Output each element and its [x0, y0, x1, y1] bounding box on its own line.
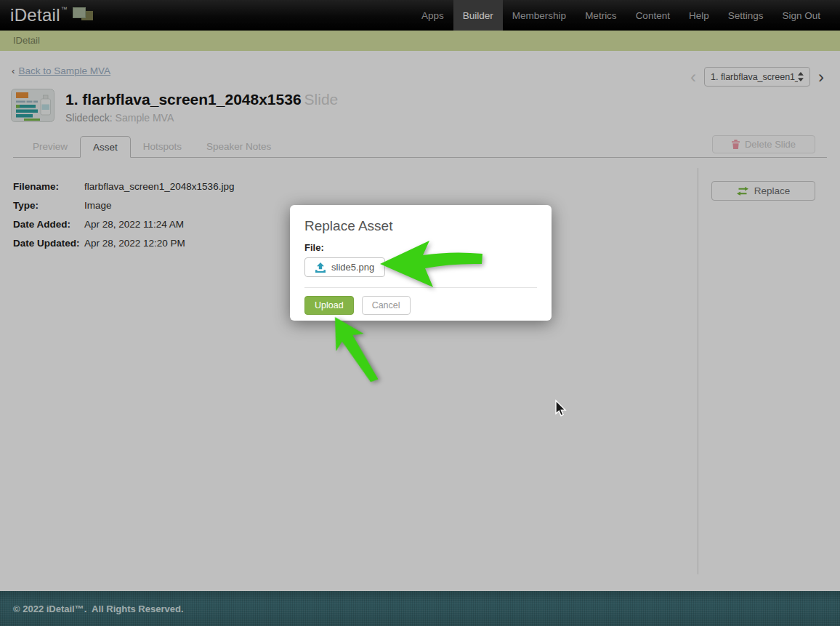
cancel-button[interactable]: Cancel	[362, 296, 411, 315]
modal-title: Replace Asset	[304, 218, 537, 234]
replace-asset-modal: Replace Asset File: slide5.png Upload Ca…	[290, 205, 552, 321]
selected-file-name: slide5.png	[331, 262, 374, 273]
upload-icon	[315, 262, 326, 273]
file-picker-button[interactable]: slide5.png	[304, 257, 385, 277]
modal-actions: Upload Cancel	[304, 296, 537, 315]
file-field-label: File:	[304, 242, 537, 253]
upload-button[interactable]: Upload	[304, 296, 354, 315]
modal-divider	[304, 287, 537, 288]
